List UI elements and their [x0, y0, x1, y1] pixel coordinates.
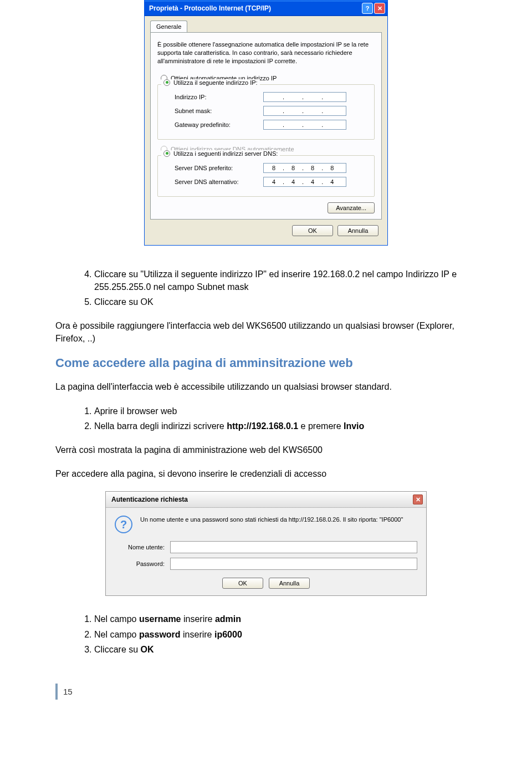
- cancel-button[interactable]: Annulla: [269, 578, 310, 589]
- step-password: Nel campo password inserire ip6000: [94, 628, 477, 641]
- instruction-list-2: Aprire il browser web Nella barra degli …: [55, 405, 477, 432]
- step-click-ok: Cliccare su OK: [94, 643, 477, 656]
- radio-manual-dns[interactable]: Utilizza i seguenti indirizzi server DNS…: [161, 150, 280, 157]
- advanced-button[interactable]: Avanzate...: [328, 202, 375, 213]
- close-button[interactable]: ✕: [413, 494, 423, 504]
- paragraph-after-steps: Ora è possibile raggiungere l'interfacci…: [55, 319, 477, 345]
- label-gateway: Gateway predefinito:: [175, 121, 258, 128]
- paragraph-result: Verrà così mostrata la pagina di amminis…: [55, 443, 477, 456]
- step-4: Cliccare su "Utilizza il seguente indiri…: [94, 268, 477, 293]
- paragraph-intro: La pagina dell'interfaccia web è accessi…: [55, 380, 477, 393]
- step-5: Cliccare su OK: [94, 295, 477, 308]
- radio-label: Utilizza i seguenti indirizzi server DNS…: [173, 150, 278, 157]
- paragraph-credentials: Per accedere alla pagina, si devono inse…: [55, 467, 477, 480]
- ok-button[interactable]: OK: [292, 225, 333, 236]
- tab-general[interactable]: Generale: [150, 21, 187, 32]
- page-number: 15: [55, 684, 89, 700]
- step-username: Nel campo username inserire admin: [94, 613, 477, 625]
- step-enter-url: Nella barra degli indirizzi scrivere htt…: [94, 420, 477, 432]
- auth-titlebar: Autenticazione richiesta ✕: [106, 492, 426, 508]
- question-icon: ?: [115, 516, 132, 533]
- cancel-button[interactable]: Annulla: [337, 225, 378, 236]
- dns-groupbox: Utilizza i seguenti indirizzi server DNS…: [157, 155, 375, 197]
- label-subnet: Subnet mask:: [175, 108, 258, 114]
- dns-preferred-input[interactable]: 8. 8. 8. 8: [263, 163, 346, 173]
- radio-label: Utilizza il seguente indirizzo IP:: [173, 79, 258, 86]
- auth-title: Autenticazione richiesta: [111, 496, 413, 503]
- gateway-input[interactable]: . . .: [263, 120, 346, 130]
- label-password: Password:: [115, 560, 165, 567]
- ok-button[interactable]: OK: [222, 578, 263, 589]
- close-button[interactable]: ✕: [374, 3, 385, 14]
- label-dns-alternate: Server DNS alternativo:: [175, 179, 258, 185]
- label-username: Nome utente:: [115, 544, 165, 550]
- section-heading: Come accedere alla pagina di amminsitraz…: [55, 356, 477, 370]
- ip-address-input[interactable]: . . .: [263, 92, 346, 102]
- label-dns-preferred: Server DNS preferito:: [175, 165, 258, 171]
- dialog-title: Proprietà - Protocollo Internet (TCP/IP): [149, 4, 362, 12]
- radio-icon-selected: [163, 150, 170, 157]
- step-open-browser: Aprire il browser web: [94, 405, 477, 417]
- radio-manual-ip[interactable]: Utilizza il seguente indirizzo IP:: [161, 79, 260, 86]
- dialog-description: È possibile ottenere l'assegnazione auto…: [157, 40, 375, 65]
- radio-icon-selected: [163, 79, 170, 86]
- instruction-list-3: Nel campo username inserire admin Nel ca…: [55, 613, 477, 656]
- dialog-titlebar: Proprietà - Protocollo Internet (TCP/IP)…: [145, 1, 387, 16]
- instruction-list-1: Cliccare su "Utilizza il seguente indiri…: [55, 268, 477, 309]
- auth-message: Un nome utente e una password sono stati…: [140, 516, 417, 533]
- ip-groupbox: Utilizza il seguente indirizzo IP: Indir…: [157, 84, 375, 140]
- tcpip-properties-dialog: Proprietà - Protocollo Internet (TCP/IP)…: [144, 0, 388, 246]
- auth-dialog: Autenticazione richiesta ✕ ? Un nome ute…: [105, 491, 427, 596]
- label-ip: Indirizzo IP:: [175, 94, 258, 100]
- subnet-mask-input[interactable]: . . .: [263, 106, 346, 116]
- password-input[interactable]: [170, 558, 417, 570]
- username-input[interactable]: [170, 541, 417, 553]
- dns-alternate-input[interactable]: 4. 4. 4. 4: [263, 177, 346, 187]
- help-button[interactable]: ?: [362, 3, 373, 14]
